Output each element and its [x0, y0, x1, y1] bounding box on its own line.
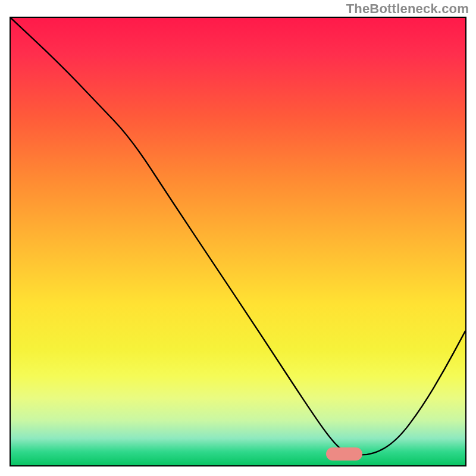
optimal-range-marker — [326, 447, 362, 461]
watermark-text: TheBottleneck.com — [346, 1, 469, 17]
chart-container: TheBottleneck.com — [0, 0, 476, 476]
curve-overlay-svg — [11, 18, 465, 465]
bottleneck-curve — [11, 18, 465, 455]
plot-frame — [10, 17, 466, 466]
